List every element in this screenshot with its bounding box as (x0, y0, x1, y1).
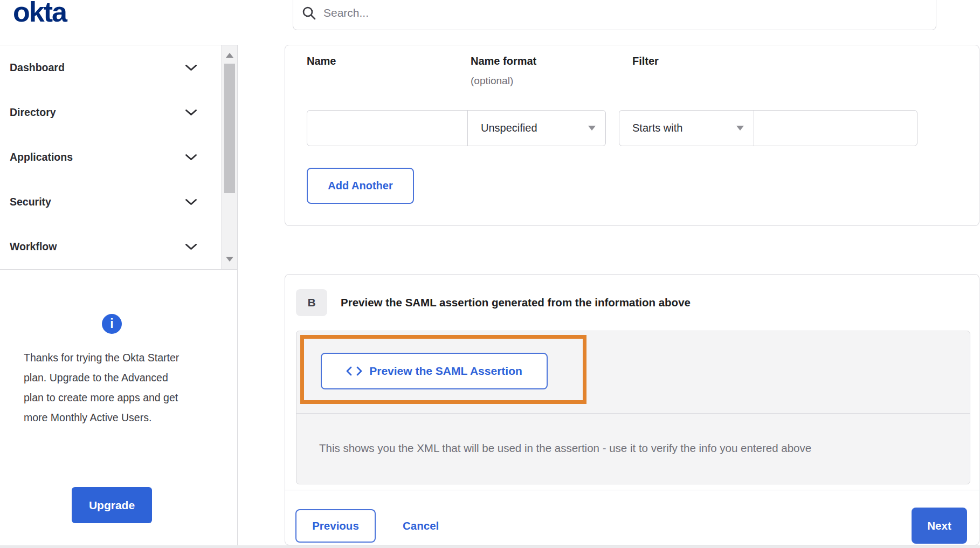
attribute-name-input[interactable] (307, 110, 468, 146)
plan-promo-text: Thanks for trying the Okta Starter plan.… (24, 348, 187, 428)
saml-preview-card: B Preview the SAML assertion generated f… (285, 274, 979, 545)
okta-logo: okta (13, 0, 66, 28)
sidebar-item-security[interactable]: Security (0, 180, 221, 224)
previous-button[interactable]: Previous (295, 509, 376, 543)
sidebar-item-label: Workflow (10, 241, 57, 253)
scroll-up-icon[interactable] (226, 53, 233, 58)
chevron-down-icon (185, 243, 197, 250)
scroll-down-icon[interactable] (226, 257, 233, 262)
name-format-column-label: Name format (471, 55, 536, 67)
preview-button-label: Preview the SAML Assertion (369, 365, 522, 378)
footer-divider (285, 490, 979, 490)
sidebar-item-label: Security (10, 196, 51, 208)
sidebar-item-applications[interactable]: Applications (0, 135, 221, 180)
name-format-selected-value: Unspecified (481, 122, 537, 134)
sidebar-scrollbar[interactable] (221, 45, 237, 269)
attribute-statements-card: Name Name format (optional) Filter Unspe… (285, 45, 979, 226)
step-b-badge: B (296, 289, 327, 316)
sidebar-item-workflow[interactable]: Workflow (0, 224, 221, 269)
section-title: Preview the SAML assertion generated fro… (341, 296, 691, 309)
sidebar-divider (237, 45, 238, 545)
sidebar-item-label: Dashboard (10, 61, 65, 74)
upgrade-button[interactable]: Upgrade (72, 487, 152, 523)
search-icon (302, 6, 316, 20)
add-another-button[interactable]: Add Another (307, 168, 414, 204)
sidebar-nav: Dashboard Directory Applications Securit… (0, 45, 238, 270)
dropdown-arrow-icon (588, 126, 596, 131)
scrollbar-thumb[interactable] (224, 64, 235, 193)
info-icon: i (102, 314, 122, 334)
code-icon (346, 366, 362, 376)
search-input[interactable] (323, 6, 889, 19)
dropdown-arrow-icon (736, 126, 744, 131)
filter-operator-select[interactable]: Starts with (619, 110, 754, 146)
name-format-optional-hint: (optional) (471, 75, 513, 87)
filter-operator-selected-value: Starts with (632, 122, 682, 134)
sidebar-item-label: Applications (10, 151, 73, 163)
next-button[interactable]: Next (912, 508, 967, 544)
preview-description: This shows you the XML that will be used… (319, 442, 811, 455)
name-format-select[interactable]: Unspecified (467, 110, 606, 146)
preview-saml-assertion-button[interactable]: Preview the SAML Assertion (321, 353, 548, 389)
viewport-edge-strip (0, 545, 980, 548)
sidebar-item-dashboard[interactable]: Dashboard (0, 45, 221, 90)
sidebar-item-label: Directory (10, 106, 56, 119)
filter-column-label: Filter (632, 55, 659, 67)
filter-value-input[interactable] (754, 110, 917, 146)
chevron-down-icon (185, 154, 197, 161)
global-search[interactable] (293, 0, 936, 30)
cancel-button[interactable]: Cancel (403, 509, 439, 543)
panel-divider (296, 413, 970, 414)
chevron-down-icon (185, 198, 197, 206)
chevron-down-icon (185, 64, 197, 71)
sidebar-item-directory[interactable]: Directory (0, 90, 221, 135)
preview-panel: Preview the SAML Assertion This shows yo… (296, 331, 970, 484)
name-column-label: Name (307, 55, 336, 67)
chevron-down-icon (185, 109, 197, 116)
